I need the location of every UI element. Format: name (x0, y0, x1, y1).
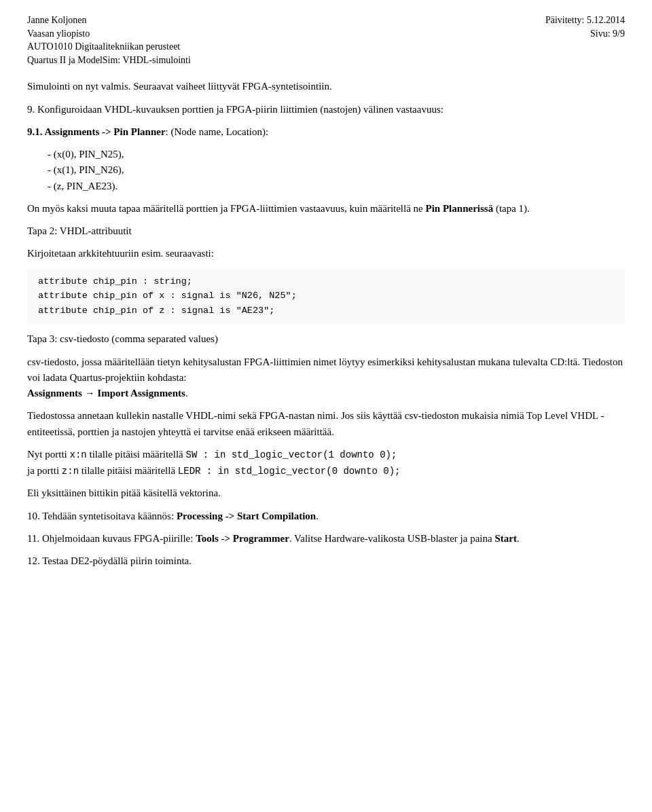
tapa3-heading-paragraph: Tapa 3: csv-tiedosto (comma separated va… (27, 331, 625, 347)
tapa3-arrow: → (85, 388, 98, 399)
item10-end: . (316, 511, 319, 521)
tapa2-heading-text: Tapa 2: VHDL-attribuutit (27, 225, 132, 236)
item11-label: 11. Ohjelmoidaan kuvaus FPGA-piirille: (27, 533, 196, 544)
item10-label: 10. Tehdään syntetisoitava käännös: (27, 511, 177, 521)
nyt-portti-code2: LEDR : in std_logic_vector(0 downto 0); (178, 466, 401, 477)
list-item: - (x(0), PIN_N25), (48, 147, 625, 162)
tiedosto-paragraph: Tiedostossa annetaan kullekin nastalle V… (27, 408, 625, 440)
nyt-portti-x: x:n (70, 449, 87, 460)
tapa3-import: Import Assignments (97, 388, 185, 399)
nyt-portti-z: z:n (62, 466, 79, 477)
item9-1-list: - (x(0), PIN_N25), - (x(1), PIN_N26), - … (48, 147, 625, 194)
tapa3-end: . (185, 388, 188, 399)
code-block: attribute chip_pin : string; attribute c… (27, 269, 625, 324)
tapa2-intro-paragraph: Kirjoitetaan arkkitehtuuriin esim. seura… (27, 246, 625, 261)
nyt-portti-mid2: ja portti (27, 465, 62, 476)
tapa1-text-pre: On myös kaksi muuta tapaa määritellä por… (27, 203, 426, 214)
item9-1-text: : (Node name, Location): (166, 126, 269, 137)
item11-paragraph: 11. Ohjelmoidaan kuvaus FPGA-piirille: T… (27, 531, 625, 547)
item11-end: . (517, 533, 520, 544)
intro-paragraph: Simulointi on nyt valmis. Seuraavat vaih… (27, 79, 625, 94)
page-label: Sivu: 9/9 (545, 27, 625, 41)
item10-paragraph: 10. Tehdään syntetisoitava käännös: Proc… (27, 509, 625, 524)
list-item: - (z, PIN_AE23). (48, 179, 625, 194)
university-name: Vaasan yliopisto (27, 27, 191, 41)
author-name: Janne Koljonen (27, 14, 191, 27)
code-block-container: attribute chip_pin : string; attribute c… (27, 269, 625, 324)
item9-1-label: 9.1. Assignments -> Pin Planner: (Node n… (27, 126, 268, 137)
tapa1-paragraph: On myös kaksi muuta tapaa määritellä por… (27, 201, 625, 217)
item11-text: . Valitse Hardware-valikosta USB-blaster… (289, 533, 495, 544)
course-name: AUTO1010 Digitaalitekniikan perusteet (27, 40, 191, 54)
tapa2-heading-paragraph: Tapa 2: VHDL-attribuutit (27, 223, 625, 239)
tapa3-heading-text: Tapa 3: csv-tiedosto (comma separated va… (27, 333, 218, 344)
nyt-portti-code1: SW : in std_logic_vector(1 downto 0); (186, 449, 397, 460)
page-header: Janne Koljonen Vaasan yliopisto AUTO1010… (27, 14, 625, 67)
item9-1-paragraph: 9.1. Assignments -> Pin Planner: (Node n… (27, 124, 625, 140)
subject-name: Quartus II ja ModelSim: VHDL-simulointi (27, 54, 191, 67)
nyt-portti-paragraph: Nyt portti x:n tilalle pitäisi määritell… (27, 447, 625, 479)
tapa1-pin-planner: Pin Plannerissä (426, 203, 494, 214)
nyt-portti-mid1: tilalle pitäisi määritellä (87, 449, 186, 460)
item11-start: Start (494, 533, 517, 544)
nyt-portti-mid3: tilalle pitäisi määritellä (79, 465, 178, 476)
tapa3-paragraph: csv-tiedosto, jossa määritellään tietyn … (27, 354, 625, 402)
header-right: Päivitetty: 5.12.2014 Sivu: 9/9 (545, 14, 625, 67)
item9-1-bold: 9.1. Assignments -> Pin Planner (27, 126, 166, 137)
nyt-portti-pre: Nyt portti (27, 449, 70, 460)
item11-bold: Tools -> Programmer (196, 533, 289, 544)
tapa1-text-post: (tapa 1). (493, 203, 530, 214)
header-left: Janne Koljonen Vaasan yliopisto AUTO1010… (27, 14, 191, 67)
tapa3-assignments: Assignments (27, 388, 82, 399)
eli-paragraph: Eli yksittäinen bittikin pitää käsitellä… (27, 485, 625, 501)
item10-bold: Processing -> Start Compilation (177, 511, 316, 521)
list-item: - (x(1), PIN_N26), (48, 162, 625, 178)
item12-paragraph: 12. Testaa DE2-pöydällä piirin toiminta. (27, 553, 625, 569)
tapa3-text: csv-tiedosto, jossa määritellään tietyn … (27, 356, 623, 383)
date-label: Päivitetty: 5.12.2014 (545, 14, 625, 27)
main-content: Simulointi on nyt valmis. Seuraavat vaih… (27, 79, 625, 569)
item9-paragraph: 9. Konfiguroidaan VHDL-kuvauksen porttie… (27, 102, 625, 117)
